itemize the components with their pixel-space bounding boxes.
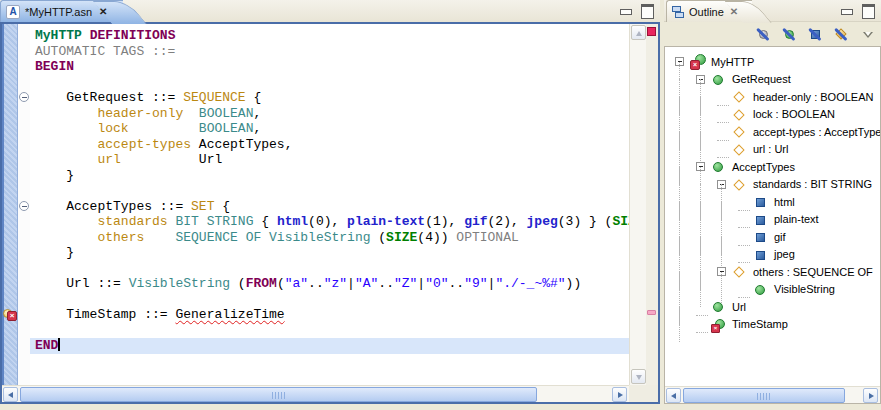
scroll-right-icon[interactable] (863, 388, 878, 403)
vertical-scrollbar[interactable] (629, 24, 646, 385)
hide-fields-filter-icon[interactable] (833, 26, 850, 42)
code-line[interactable]: accept-types AcceptTypes, (30, 137, 629, 153)
editor-frame: × MyHTTP DEFINITIONSAUTOMATIC TAGS ::=BE… (0, 22, 660, 404)
editor-area: A *MyHTTP.asn ✕ × MyHTTP DEFINITIONSAUTO… (0, 0, 660, 405)
type-icon (710, 72, 727, 87)
tree-item-label: plain-text (772, 213, 819, 225)
scrollbar-thumb[interactable] (20, 387, 537, 402)
maximize-icon[interactable] (639, 3, 654, 16)
hide-types-filter-icon[interactable] (781, 26, 798, 42)
tree-item-label: url : Url (751, 143, 788, 155)
text-caret (58, 338, 60, 351)
tree-item-header-only[interactable]: header-only : BOOLEAN (675, 88, 880, 106)
minimize-icon[interactable] (839, 3, 854, 16)
tree-item-label: Url (730, 301, 746, 313)
code-line[interactable]: BEGIN (30, 59, 629, 75)
tree-item-lock[interactable]: lock : BOOLEAN (675, 106, 880, 124)
scroll-left-icon[interactable] (3, 387, 18, 402)
code-line[interactable]: Url ::= VisibleString (FROM("a".."z"|"A"… (30, 276, 629, 292)
code-line[interactable] (30, 183, 629, 199)
code-line[interactable]: standards BIT STRING { html(0), plain-te… (30, 214, 629, 230)
horizontal-scrollbar[interactable] (2, 385, 658, 402)
close-icon[interactable]: ✕ (730, 6, 738, 17)
code-line[interactable]: AcceptTypes ::= SET { (30, 199, 629, 215)
type-icon (710, 299, 727, 314)
tree-item-standards[interactable]: standards : BIT STRING (675, 176, 880, 194)
scroll-up-icon[interactable] (631, 25, 646, 40)
code-line[interactable]: AUTOMATIC TAGS ::= (30, 44, 629, 60)
code-line[interactable]: } (30, 168, 629, 184)
editor-tab-myhttp[interactable]: A *MyHTTP.asn ✕ (0, 0, 123, 22)
code-line[interactable] (30, 323, 629, 339)
tree-item-accept-types[interactable]: accept-types : AcceptTypes (675, 123, 880, 141)
tree-item-myhttp[interactable]: MyHTTP (675, 53, 880, 71)
field-icon (731, 142, 748, 157)
tree-item-label: AcceptTypes (730, 161, 795, 173)
value-icon (752, 247, 769, 262)
code-editor[interactable]: MyHTTP DEFINITIONSAUTOMATIC TAGS ::=BEGI… (30, 24, 629, 385)
collapse-icon[interactable] (19, 92, 29, 102)
field-icon (731, 264, 748, 279)
tree-item-accepttypes[interactable]: AcceptTypes (675, 158, 880, 176)
type-icon (752, 282, 769, 297)
hide-objects-filter-icon[interactable] (755, 26, 772, 42)
value-icon (752, 212, 769, 227)
tree-item-label: jpeg (772, 248, 795, 260)
view-menu-icon[interactable] (861, 26, 875, 42)
code-line[interactable]: MyHTTP DEFINITIONS (30, 28, 629, 44)
tree-item-label: accept-types : AcceptTypes (751, 126, 880, 138)
code-line[interactable]: } (30, 245, 629, 261)
minimize-icon[interactable] (618, 3, 633, 16)
tree-item-getrequest[interactable]: GetRequest (675, 71, 880, 89)
code-line[interactable]: TimeStamp ::= GeneralizeTime (30, 307, 629, 323)
outline-horizontal-scrollbar[interactable] (665, 386, 880, 403)
code-line[interactable]: url Url (30, 152, 629, 168)
tree-item-visiblestring[interactable]: VisibleString (675, 281, 880, 299)
overview-ruler[interactable] (646, 24, 658, 385)
tree-item-url[interactable]: url : Url (675, 141, 880, 159)
module-error-icon (689, 54, 706, 69)
scrollbar-thumb[interactable] (683, 388, 845, 403)
tree-item-jpeg[interactable]: jpeg (675, 246, 880, 264)
field-icon (731, 177, 748, 192)
tree-item-timestamp[interactable]: TimeStamp (675, 316, 880, 334)
tree-item-label: VisibleString (772, 283, 835, 295)
outline-tab-bar: Outline ✕ (664, 0, 881, 22)
tree-item-others[interactable]: others : SEQUENCE OF (675, 263, 880, 281)
outline-tab[interactable]: Outline ✕ (666, 0, 752, 22)
scroll-right-icon[interactable] (612, 387, 627, 402)
tree-item-label: TimeStamp (730, 318, 788, 330)
hide-values-filter-icon[interactable] (807, 26, 824, 42)
scroll-down-icon[interactable] (631, 369, 646, 384)
tree-item-label: lock : BOOLEAN (751, 108, 835, 120)
tree-item-plain-text[interactable]: plain-text (675, 211, 880, 229)
code-line[interactable]: lock BOOLEAN, (30, 121, 629, 137)
tree-item-html[interactable]: html (675, 193, 880, 211)
error-marker-icon[interactable]: × (3, 307, 18, 322)
field-icon (731, 89, 748, 104)
code-line[interactable] (30, 292, 629, 308)
outline-frame: MyHTTPGetRequestheader-only : BOOLEANloc… (664, 46, 881, 404)
code-line[interactable] (30, 261, 629, 277)
code-line[interactable]: header-only BOOLEAN, (30, 106, 629, 122)
code-line[interactable]: GetRequest ::= SEQUENCE { (30, 90, 629, 106)
type-error-icon (710, 317, 727, 332)
close-icon[interactable]: ✕ (99, 6, 107, 17)
tree-item-url[interactable]: Url (675, 298, 880, 316)
tree-item-label: standards : BIT STRING (751, 178, 872, 190)
overview-error-position-icon[interactable] (647, 310, 656, 315)
maximize-icon[interactable] (860, 3, 875, 16)
code-line[interactable] (30, 75, 629, 91)
overview-error-summary-icon[interactable] (647, 27, 656, 36)
code-line[interactable]: END (30, 338, 629, 354)
outline-view-icon (671, 5, 685, 19)
collapse-icon[interactable] (19, 201, 29, 211)
outline-view: Outline ✕ MyHTTPGetRequestheader-only : … (664, 0, 881, 405)
tree-item-gif[interactable]: gif (675, 228, 880, 246)
error-x-icon: × (7, 311, 17, 321)
code-line[interactable]: others SEQUENCE OF VisibleString (SIZE(4… (30, 230, 629, 246)
type-icon (710, 159, 727, 174)
value-icon (752, 229, 769, 244)
scroll-left-icon[interactable] (666, 388, 681, 403)
editor-tab-bar: A *MyHTTP.asn ✕ (0, 0, 660, 22)
